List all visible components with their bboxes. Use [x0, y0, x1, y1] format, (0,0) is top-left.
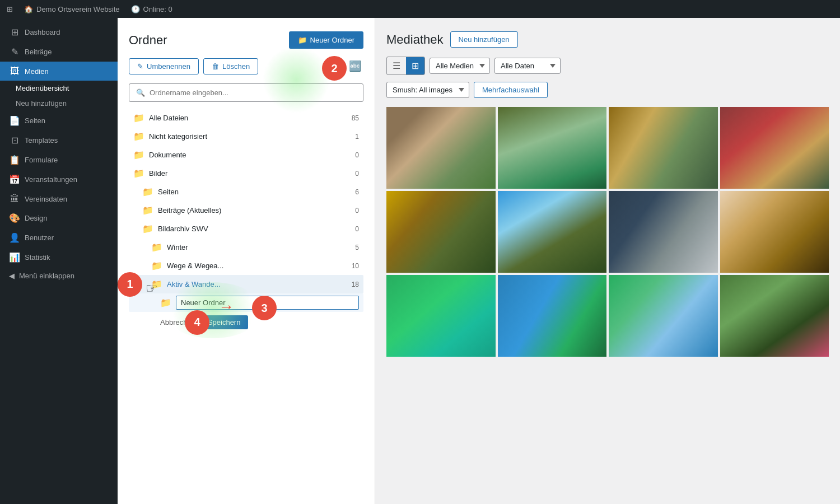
ordner-header: Ordner 📁 Neuer Ordner	[129, 31, 363, 49]
sidebar-item-medien[interactable]: 🖼 Medien	[0, 62, 118, 81]
media-thumb-7[interactable]	[609, 191, 718, 273]
folder-label-aktiv: Aktiv & Wande...	[167, 280, 221, 288]
folder-count-seiten: 6	[355, 188, 359, 196]
veranstaltungen-icon: 📅	[9, 174, 20, 185]
clock-icon: 🕐	[131, 5, 140, 13]
media-thumb-6[interactable]	[498, 191, 607, 273]
collapse-menu-item[interactable]: ◀ Menü einklappen	[0, 267, 118, 284]
media-thumb-1[interactable]	[386, 107, 496, 189]
sidebar-item-templates[interactable]: ⊡ Templates	[0, 130, 118, 150]
folder-item-beitraege[interactable]: 📁 Beiträge (Aktuelles) 0	[129, 201, 363, 220]
ordner-title: Ordner	[129, 33, 167, 48]
sidebar-subitem-medienuebersicht[interactable]: Medienübersicht	[0, 81, 118, 96]
media-thumb-12[interactable]	[720, 275, 829, 357]
wp-logo-item[interactable]: ⊞	[7, 5, 13, 13]
wp-icon: ⊞	[7, 5, 13, 13]
smush-select[interactable]: Smush: All images	[386, 82, 469, 98]
sidebar-label-vereinsdaten: Vereinsdaten	[25, 195, 67, 203]
sidebar-item-design[interactable]: 🎨 Design	[0, 208, 118, 228]
media-thumb-2[interactable]	[498, 107, 607, 189]
folder-item-winter[interactable]: 📁 Winter 5	[129, 238, 363, 256]
folder-item-alle-dateien[interactable]: 📁 Alle Dateien 85	[129, 109, 363, 127]
folder-count-nicht-kat: 1	[355, 133, 359, 141]
site-name-item[interactable]: 🏠 Demo Ortsverein Website	[24, 5, 120, 13]
media-thumb-9[interactable]	[386, 275, 496, 357]
annotation-circle-4: 4	[185, 310, 209, 335]
statistik-icon: 📊	[9, 252, 20, 263]
folder-icon-winter: 📁	[151, 242, 162, 253]
main-layout: ⊞ Dashboard ✎ Beiträge 🖼 Medien Medienüb…	[0, 18, 840, 504]
folder-item-dokumente[interactable]: 📁 Dokumente 0	[129, 146, 363, 164]
collapse-label: Menü einklappen	[19, 272, 74, 280]
sidebar-item-benutzer[interactable]: 👤 Benutzer	[0, 228, 118, 248]
neuer-ordner-button[interactable]: 📁 Neuer Ordner	[289, 31, 363, 49]
list-view-button[interactable]: ☰	[387, 57, 406, 74]
beitraege-icon: ✎	[9, 46, 20, 57]
folder-icon-aktiv: 📁	[151, 279, 162, 290]
sort-button[interactable]: 🔤	[347, 58, 363, 74]
sidebar-label-benutzer: Benutzer	[25, 234, 54, 242]
second-filter-row: Smush: All images Mehrfachauswahl	[386, 82, 829, 98]
mediathek-title: Mediathek	[386, 32, 444, 47]
folder-icon-beitraege: 📁	[142, 205, 153, 216]
sidebar-label-veranstaltungen: Veranstaltungen	[25, 175, 77, 184]
mediathek-filters: ☰ ⊞ Alle Medien Bilder Audio Video Alle …	[386, 57, 829, 75]
folder-item-bilder[interactable]: 📁 Bilder 0	[129, 164, 363, 183]
home-icon: 🏠	[24, 5, 33, 13]
media-thumb-5[interactable]	[386, 191, 496, 273]
neu-hinzufuegen-sidebar-label: Neu hinzufügen	[16, 99, 67, 108]
folder-label-beitraege: Beiträge (Aktuelles)	[158, 206, 221, 214]
folder-list: 📁 Alle Dateien 85 📁 Nicht kategorisiert …	[129, 109, 363, 293]
media-thumb-10[interactable]	[498, 275, 607, 357]
sidebar: ⊞ Dashboard ✎ Beiträge 🖼 Medien Medienüb…	[0, 18, 118, 504]
loeschen-label: Löschen	[222, 62, 250, 71]
trash-icon: 🗑	[212, 62, 219, 71]
mediathek-panel: Mediathek Neu hinzufügen ☰ ⊞ Alle Medien…	[375, 18, 840, 504]
sidebar-item-formulare[interactable]: 📋 Formulare	[0, 150, 118, 170]
sidebar-label-dashboard: Dashboard	[25, 28, 60, 36]
grid-view-button[interactable]: ⊞	[406, 57, 424, 74]
sidebar-item-seiten[interactable]: 📄 Seiten	[0, 111, 118, 130]
edit-icon: ✎	[137, 62, 143, 71]
media-thumb-4[interactable]	[720, 107, 829, 189]
media-thumb-11[interactable]	[609, 275, 718, 357]
sidebar-subitem-neu-hinzufuegen[interactable]: Neu hinzufügen	[0, 96, 118, 111]
mehrfachauswahl-button[interactable]: Mehrfachauswahl	[474, 82, 548, 98]
ordner-panel: 2 Ordner 📁 Neuer Ordner ✎ Umbenennen 🗑 L…	[118, 18, 375, 504]
sidebar-label-formulare: Formulare	[25, 156, 58, 164]
folder-label-dokumente: Dokumente	[149, 151, 186, 159]
folder-item-nicht-kategorisiert[interactable]: 📁 Nicht kategorisiert 1	[129, 127, 363, 146]
medien-icon: 🖼	[9, 66, 20, 76]
loeschen-button[interactable]: 🗑 Löschen	[203, 58, 258, 74]
folder-label-bildarchiv: Bildarchiv SWV	[158, 225, 208, 233]
sort-icon: 🔤	[349, 60, 361, 72]
new-folder-row-container: 3 📁 →	[129, 293, 363, 312]
filter-medien-select[interactable]: Alle Medien Bilder Audio Video	[430, 58, 490, 74]
media-thumb-3[interactable]	[609, 107, 718, 189]
folder-icon-seiten: 📁	[142, 186, 153, 197]
umbenennen-label: Umbenennen	[147, 62, 190, 71]
umbenennen-button[interactable]: ✎ Umbenennen	[129, 58, 199, 74]
sidebar-item-vereinsdaten[interactable]: 🏛 Vereinsdaten	[0, 189, 118, 208]
folder-label-winter: Winter	[167, 243, 188, 251]
folder-item-bildarchiv[interactable]: 📁 Bildarchiv SWV 0	[129, 220, 363, 238]
media-thumb-8[interactable]	[720, 191, 829, 273]
neu-hinzufuegen-button[interactable]: Neu hinzufügen	[450, 31, 518, 48]
folder-item-aktiv[interactable]: 1 📁 Aktiv & Wande... 18 ☞	[129, 275, 363, 293]
sidebar-item-statistik[interactable]: 📊 Statistik	[0, 248, 118, 267]
sidebar-item-dashboard[interactable]: ⊞ Dashboard	[0, 22, 118, 42]
plus-icon: 📁	[298, 36, 307, 44]
sidebar-item-veranstaltungen[interactable]: 📅 Veranstaltungen	[0, 170, 118, 189]
sidebar-item-beitraege[interactable]: ✎ Beiträge	[0, 42, 118, 62]
design-icon: 🎨	[9, 213, 20, 223]
ordner-search-input[interactable]	[150, 88, 356, 97]
folder-label-bilder: Bilder	[149, 169, 167, 178]
folder-item-seiten[interactable]: 📁 Seiten 6	[129, 183, 363, 201]
folder-item-wege[interactable]: 📁 Wege & Wegea... 10	[129, 256, 363, 275]
topbar: ⊞ 🏠 Demo Ortsverein Website 🕐 Online: 0	[0, 0, 840, 18]
folder-count-bilder: 0	[355, 170, 359, 178]
formulare-icon: 📋	[9, 155, 20, 165]
folder-count-wege: 10	[352, 262, 359, 270]
neuer-ordner-label: Neuer Ordner	[310, 36, 354, 44]
filter-daten-select[interactable]: Alle Daten Heute Diese Woche	[494, 58, 561, 74]
